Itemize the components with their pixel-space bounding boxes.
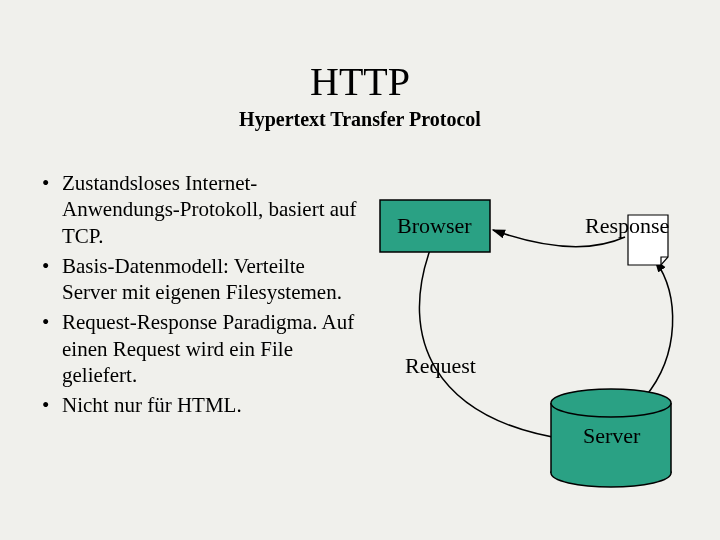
browser-label: Browser [397,213,472,239]
diagram: Browser Response Request Server [375,185,705,495]
list-item: Nicht nur für HTML. [62,392,360,418]
response-label: Response [585,213,669,239]
server-label: Server [583,423,640,449]
page-title: HTTP [0,58,720,105]
slide: HTTP Hypertext Transfer Protocol Zustand… [0,0,720,540]
page-subtitle: Hypertext Transfer Protocol [0,108,720,131]
request-label: Request [405,353,476,379]
response-arrow [645,260,673,397]
list-item: Request-Response Paradigma. Auf einen Re… [62,309,360,388]
list-item: Basis-Datenmodell: Verteilte Server mit … [62,253,360,306]
list-item: Zustandsloses Internet-Anwendungs-Protok… [62,170,360,249]
bullet-list: Zustandsloses Internet-Anwendungs-Protok… [40,170,360,422]
svg-point-4 [551,389,671,417]
request-arrow [419,250,570,440]
